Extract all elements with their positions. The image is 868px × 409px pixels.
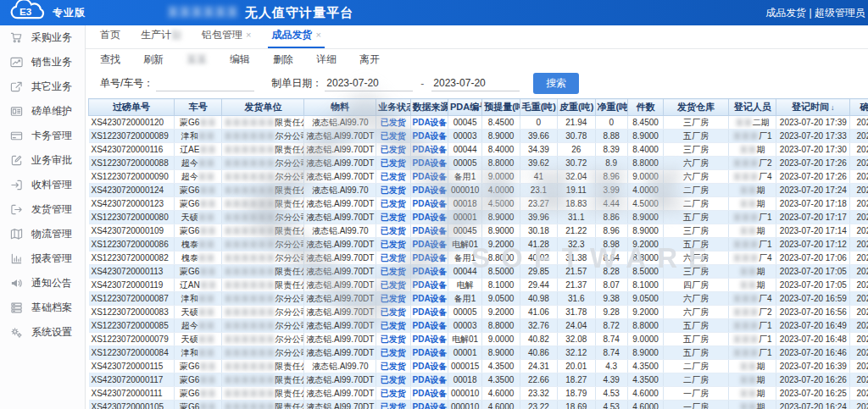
col-source[interactable]: 数据来源 <box>410 99 448 116</box>
cell-pda: 000010 <box>448 401 481 409</box>
table-row[interactable]: XS12230720000083天硕某某某某某某某某尔分公司液态铝.Al99.7… <box>89 306 868 319</box>
tab-ladle-mgmt[interactable]: 铝包管理× <box>198 28 254 48</box>
col-registrar[interactable]: 登记人员 <box>728 99 776 116</box>
table-row[interactable]: XS4230720000115蒙G6某某某某某某某某限责任公司液态铝.Al99.… <box>89 360 868 373</box>
table-row[interactable]: XS12230720000089津和某某某某某某某某尔分公司液态铝.Al99.7… <box>89 130 868 143</box>
table-row[interactable]: XS12230720000079天硕某某某某某某某某尔分公司液态铝.Al99.7… <box>89 333 868 346</box>
tab-home[interactable]: 首页 <box>97 28 124 48</box>
date-to-input[interactable] <box>431 75 520 91</box>
sidebar-item-report[interactable]: 报表管理 <box>0 246 85 271</box>
cell-vehicle: 蒙G6某某 <box>174 265 222 279</box>
table-row[interactable]: XS4230720000117蒙G6某某某某某某某某限责任公司液态铝.Al99.… <box>89 373 868 387</box>
refresh-button[interactable]: 刷新 <box>143 53 164 67</box>
cell-registrar: 某某期 <box>728 197 776 211</box>
table-row[interactable]: XS4230720000109蒙G6某某某某某某某某限责任公司液态铝.Al99.… <box>89 224 868 238</box>
detail-button[interactable]: 详细 <box>316 53 337 67</box>
sidebar-item-logistics[interactable]: 物流管理 <box>0 222 85 246</box>
sort-descending-icon[interactable]: ↓ <box>831 103 835 112</box>
cell-gross: 41.06 <box>520 306 557 319</box>
table-row[interactable]: XS4230720000116辽AE某某某某某某某某限责任公司液态铝.Al99.… <box>89 143 868 157</box>
sidebar-item-sales[interactable]: 销售业务 <box>0 50 85 75</box>
sidebar-item-card[interactable]: 卡务管理 <box>0 124 85 148</box>
col-net[interactable]: 净重(吨) <box>595 99 627 116</box>
table-row[interactable]: XS12230720000088超今某某某某某某某某尔分公司液态铝.Al99.7… <box>89 157 868 170</box>
cell-status: 已发货 <box>376 387 410 401</box>
date-from-input[interactable] <box>325 75 413 91</box>
cell-confirm-time: 2023-07-20 <box>850 224 868 238</box>
table-row[interactable]: XS12230720000087津和某某某某某某某某尔分公司液态铝.Al99.7… <box>89 292 868 306</box>
col-vehicle[interactable]: 车号 <box>174 99 222 116</box>
redacted-text: 某某 <box>199 118 216 127</box>
edit-button[interactable]: 编辑 <box>230 53 250 67</box>
cell-source: PDA设备 <box>410 279 448 292</box>
search-button[interactable]: 搜索 <box>533 73 579 94</box>
table-row[interactable]: XS12230720000086槐泰某某某某某某某某尔分公司液态铝.Al99.7… <box>89 238 868 251</box>
redacted-text: 某某某 <box>733 213 759 222</box>
cell-status: 已发货 <box>376 130 410 143</box>
col-gross[interactable]: 毛重(吨) <box>520 99 557 116</box>
col-pieces[interactable]: 件数 <box>627 99 663 116</box>
table-row[interactable]: XS4230720000111蒙G6某某某某某某某某限责任公司液态铝.Al99.… <box>89 387 868 401</box>
table-row[interactable]: XS4230720000113蒙G6某某某某某某某某限责任公司液态铝.Al99.… <box>89 265 868 279</box>
cell-ticket-no: XS4230720000115 <box>89 360 175 373</box>
sidebar-item-notice[interactable]: 通知公告 <box>0 271 85 296</box>
cell-net: 4.53 <box>595 401 627 409</box>
table-row[interactable]: XS4230720000124蒙G6某某某某某某某某限责任公司液态铝.Al99.… <box>89 184 868 197</box>
cell-registrar: 某某期 <box>728 387 776 401</box>
table-row[interactable]: XS4230720000105蒙G6某某某某某某某某限责任公司液态铝.Al99.… <box>89 401 868 409</box>
table-row[interactable]: XS12230720000080天硕某某某某某某某某尔分公司液态铝.Al99.7… <box>89 211 868 224</box>
close-icon[interactable]: × <box>315 30 320 40</box>
user-info[interactable]: 成品发货 | 超级管理员 <box>765 6 868 20</box>
col-pre-qty[interactable]: 预提量(吨) <box>482 99 520 116</box>
sidebar-item-archive[interactable]: 基础档案 <box>0 296 85 320</box>
cell-warehouse: 六厂房 <box>664 306 729 319</box>
sidebar-item-purchase[interactable]: 采购业务 <box>0 25 85 50</box>
cell-shipper: 某某某某某某尔分公司 <box>222 306 304 319</box>
cell-source: PDA设备 <box>410 130 448 143</box>
cell-shipper: 某某某某某某尔分公司 <box>222 333 304 346</box>
cell-pieces: 9.0000 <box>627 333 663 346</box>
sidebar-item-weighbill[interactable]: 磅单维护 <box>0 99 85 124</box>
col-reg-time[interactable]: 登记时间↓ <box>776 99 850 116</box>
col-status[interactable]: 业务状态 <box>376 99 410 116</box>
tab-label: 成品发货 <box>271 29 312 41</box>
cell-registrar: 某某某厂1 <box>728 238 776 251</box>
table-row[interactable]: XS4230720000119辽AN某某某某某某某某限责任公司液态铝.Al99.… <box>89 279 868 292</box>
col-material[interactable]: 物料 <box>304 99 376 116</box>
table-row[interactable]: XS12230720000082槐泰某某某某某某某某尔分公司液态铝.Al99.7… <box>89 251 868 265</box>
order-no-input[interactable] <box>156 75 254 91</box>
sidebar-item-other[interactable]: 其它业务 <box>0 75 85 99</box>
archive-icon <box>10 301 23 314</box>
table-row[interactable]: XS12230720000090超今某某某某某某某某尔分公司液态铝.Al99.7… <box>89 170 868 184</box>
cell-status: 已发货 <box>376 265 410 279</box>
redacted-text: 某某 <box>198 348 215 357</box>
cell-warehouse: 一厂房 <box>664 401 729 409</box>
col-shipper[interactable]: 发货单位 <box>222 99 304 116</box>
redacted-text: 某某 <box>740 267 757 276</box>
col-warehouse[interactable]: 发货仓库 <box>664 99 729 116</box>
redacted-button[interactable]: 某某 <box>186 53 207 67</box>
cell-pre-qty: 9.0000 <box>482 333 520 346</box>
table-row[interactable]: XS4230720000120蒙G6某某某某某某某某限责任公司液态铝.Al99.… <box>89 116 868 130</box>
col-confirm-time[interactable]: 确认时间 <box>850 99 868 116</box>
cell-pre-qty: 8.5000 <box>482 265 520 279</box>
sidebar-item-receive[interactable]: 收料管理 <box>0 173 85 197</box>
cell-net: 8.9 <box>595 157 627 170</box>
close-icon[interactable]: × <box>246 30 251 40</box>
table-row[interactable]: XS12230720000084津和某某某某某某某某尔分公司液态铝.Al99.7… <box>89 346 868 360</box>
cell-warehouse: 五厂房 <box>664 346 729 360</box>
leave-button[interactable]: 离开 <box>359 53 380 67</box>
col-ticket-no[interactable]: 过磅单号 <box>89 99 175 116</box>
find-button[interactable]: 查找 <box>100 53 120 67</box>
table-row[interactable]: XS4230720000123蒙G6某某某某某某某某限责任公司液态铝.Al99.… <box>89 197 868 211</box>
delete-button[interactable]: 删除 <box>273 53 293 67</box>
col-tare[interactable]: 皮重(吨) <box>558 99 595 116</box>
sidebar-item-approval[interactable]: 业务审批 <box>0 148 85 173</box>
sidebar-item-settings[interactable]: 系统设置 <box>0 320 85 345</box>
sidebar-item-shipping[interactable]: 发货管理 <box>0 197 85 222</box>
table-row[interactable]: XS12230720000085超今某某某某某某某某尔分公司液态铝.Al99.7… <box>89 319 868 333</box>
tab-finished-shipping[interactable]: 成品发货× <box>268 28 324 48</box>
cell-source: PDA设备 <box>410 333 448 346</box>
tab-production-plan[interactable]: 生产计划 <box>137 28 185 48</box>
col-pda[interactable]: PDA编号 <box>448 99 481 116</box>
